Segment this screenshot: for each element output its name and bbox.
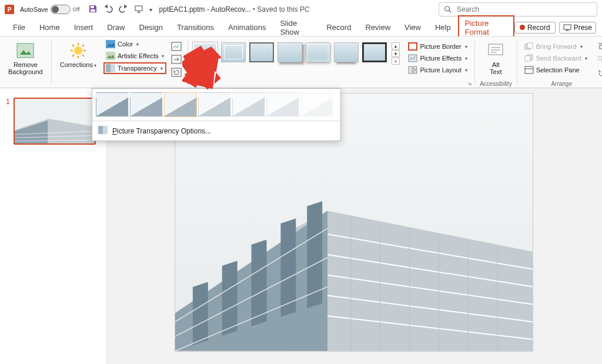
transparency-preset-5[interactable] [266,92,299,117]
picture-effects-icon [408,54,417,63]
svg-rect-26 [413,66,417,69]
style-swatch-6[interactable] [334,42,359,62]
present-from-start-icon[interactable] [134,4,143,15]
transparency-button[interactable]: Transparency [103,62,166,74]
saved-status: Saved to this PC [257,5,309,14]
picture-layout-button[interactable]: Picture Layout [406,65,470,75]
tab-home[interactable]: Home [32,19,67,35]
transparency-options-icon [98,126,108,136]
svg-rect-22 [172,68,181,76]
change-picture-icon[interactable] [170,54,183,65]
qat-more-icon[interactable]: ▾ [149,6,152,13]
send-backward-button[interactable]: Send Backward [522,53,590,64]
present-button[interactable]: Prese [559,22,596,34]
artistic-label: Artistic Effects [118,52,158,59]
gallery-up-icon[interactable]: ▴ [392,42,400,49]
style-swatch-7[interactable] [362,42,387,62]
corrections-button[interactable]: Corrections [56,39,100,87]
transparency-preset-6[interactable] [300,92,333,117]
style-swatch-2[interactable] [221,42,246,62]
color-button[interactable]: Color [103,39,166,49]
tab-draw[interactable]: Draw [100,19,132,35]
autosave-toggle[interactable]: AutoSave Off [20,5,80,14]
group-background: Remove Background [0,36,51,88]
present-button-label: Prese [574,24,592,32]
selection-pane-button[interactable]: Selection Pane [522,65,590,75]
send-backward-icon [524,54,534,63]
tab-record[interactable]: Record [319,19,358,35]
adjust-row-buttons: Color Artistic Effects Transparency [103,39,166,87]
svg-rect-23 [409,43,417,50]
svg-line-4 [449,11,452,13]
svg-rect-2 [135,6,142,11]
group-icon[interactable] [596,54,602,65]
tab-help[interactable]: Help [428,19,458,35]
transparency-preset-3[interactable] [198,92,231,117]
undo-icon[interactable] [103,4,113,15]
doc-suffix: - AutoRecov... [205,5,251,14]
slide-thumbnail-1[interactable] [14,98,96,145]
alt-text-label: Alt Text [490,61,501,75]
remove-background-button[interactable]: Remove Background [5,39,46,78]
reset-picture-icon[interactable] [170,67,183,78]
gallery-more-icon[interactable]: ▿ [392,58,400,65]
svg-rect-5 [564,25,571,29]
tab-transitions[interactable]: Transitions [170,19,221,35]
svg-rect-36 [525,66,533,74]
record-button[interactable]: Record [514,22,556,34]
thumb-building-icon [15,119,95,143]
artistic-effects-button[interactable]: Artistic Effects [103,51,166,61]
save-icon[interactable] [88,4,98,15]
svg-point-7 [74,46,82,55]
transparency-preset-1[interactable] [130,92,163,117]
search-icon [444,5,452,14]
svg-rect-16 [106,40,115,48]
autosave-switch[interactable] [51,5,71,14]
picture-styles-gallery[interactable]: ▴ ▾ ▿ [193,39,400,65]
align-icon[interactable] [596,41,602,52]
alt-text-button[interactable]: Alt Text [480,39,511,78]
ribbon: Remove Background Corrections Color Arti… [0,36,602,88]
corrections-label: Corrections [60,61,96,69]
rotate-icon[interactable] [596,67,602,78]
transparency-preset-0[interactable] [96,92,129,117]
annotation-arrow-shape [183,46,221,92]
slide-thumb-number: 1 [6,98,10,106]
tab-review[interactable]: Review [358,19,397,35]
picture-style-options: Picture Border Picture Effects Picture L… [406,39,470,75]
tab-design[interactable]: Design [132,19,170,35]
picture-effects-button[interactable]: Picture Effects [406,53,470,64]
record-dot-icon [520,25,525,30]
picture-border-icon [408,42,417,51]
tab-animations[interactable]: Animations [221,19,273,35]
picture-border-button[interactable]: Picture Border [406,41,470,52]
ribbon-tabs: File Home Insert Draw Design Transitions… [0,19,602,36]
svg-rect-35 [525,56,530,61]
style-swatch-5[interactable] [306,42,330,62]
tab-view[interactable]: View [397,19,428,35]
building-image[interactable] [175,176,533,351]
svg-rect-27 [413,71,417,74]
compress-pictures-icon[interactable] [170,41,183,52]
transparency-label: Transparency [118,65,157,72]
search-input[interactable] [456,5,592,14]
search-box[interactable] [439,2,597,16]
remove-background-label: Remove Background [8,61,43,75]
transparency-preset-2[interactable] [164,92,197,117]
gallery-down-icon[interactable]: ▾ [392,50,400,57]
transparency-preset-4[interactable] [232,92,265,117]
present-icon [563,24,571,31]
picture-layout-label: Picture Layout [420,66,461,74]
bring-forward-button[interactable]: Bring Forward [522,41,590,52]
accessibility-group-label: Accessibility [480,81,511,87]
tab-file[interactable]: File [6,19,32,35]
picture-border-label: Picture Border [420,43,461,50]
thumbnail-pane[interactable]: 1 [0,88,106,364]
picture-styles-launcher-icon[interactable]: ↘ [467,81,472,86]
redo-icon[interactable] [119,4,128,15]
style-swatch-4[interactable] [277,42,302,62]
group-accessibility: Alt Text Accessibility [475,36,516,88]
style-swatch-3[interactable] [249,42,274,62]
tab-insert[interactable]: Insert [67,19,101,35]
transparency-options-item[interactable]: Picture Transparency Options... [92,121,340,141]
